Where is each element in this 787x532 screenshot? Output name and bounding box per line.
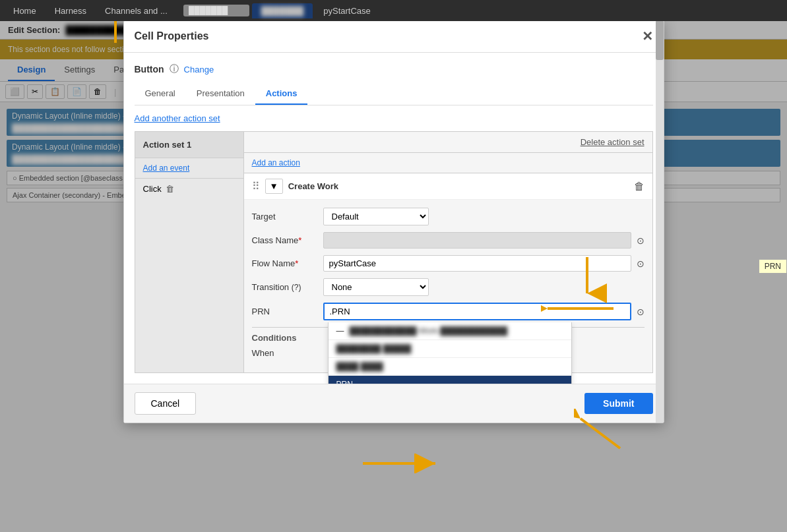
classname-label: Class Name*: [252, 235, 318, 245]
target-select[interactable]: Default: [323, 208, 429, 225]
modal-footer: Cancel Submit: [124, 384, 664, 423]
action-set-container: Action set 1 Add an event Click 🗑 Delete…: [135, 131, 653, 373]
form-row-target: Target Default: [252, 208, 645, 225]
scrollbar-track[interactable]: [656, 53, 664, 384]
classname-input[interactable]: [323, 232, 631, 249]
classname-ref-icon[interactable]: ⊙: [637, 235, 645, 246]
tab-presentation[interactable]: Presentation: [186, 83, 255, 105]
nav-pystartcase[interactable]: pyStartCase: [315, 3, 379, 18]
prn-external-tag: PRN: [759, 259, 787, 274]
action-row: ⠿ ▼ Create Work 🗑: [244, 173, 652, 200]
nav-home[interactable]: Home: [5, 3, 44, 18]
add-event-link[interactable]: Add an event: [135, 158, 243, 179]
suggestion-item-1[interactable]: — ████████████-Work-████████████: [329, 322, 571, 340]
nav-channels[interactable]: Channels and ...: [97, 3, 175, 18]
prn-input[interactable]: [323, 303, 631, 320]
action-type-dropdown[interactable]: ▼: [265, 179, 283, 194]
delete-action-set-link[interactable]: Delete action set: [581, 137, 645, 147]
modal-title: Cell Properties: [135, 30, 209, 42]
add-action-link[interactable]: Add an action: [244, 153, 652, 173]
when-label: When: [252, 348, 274, 358]
tab-actions[interactable]: Actions: [255, 83, 308, 105]
suggestion-dropdown: — ████████████-Work-████████████ ███████…: [328, 322, 572, 384]
add-action-set-link[interactable]: Add another action set: [135, 113, 220, 123]
nav-harness[interactable]: Harness: [47, 3, 94, 18]
action-set-sidebar: Action set 1 Add an event Click 🗑: [135, 132, 244, 372]
cancel-button[interactable]: Cancel: [135, 392, 197, 415]
drag-handle-icon[interactable]: ⠿: [252, 180, 260, 192]
action-set-main: Delete action set Add an action ⠿ ▼ Crea…: [244, 132, 652, 372]
prn-suggestion-label: PRN: [336, 380, 353, 384]
suggestion-icon-1: —: [336, 326, 344, 336]
action-set-main-header: Delete action set: [244, 132, 652, 153]
top-nav: Home Harness Channels and ... ███████ py…: [0, 0, 787, 21]
change-link[interactable]: Change: [184, 65, 214, 74]
suggestion-item-2[interactable]: ████████ █████: [329, 340, 571, 358]
action-form: Target Default Class Name* ⊙: [244, 200, 652, 372]
target-label: Target: [252, 212, 318, 222]
cell-properties-modal: Cell Properties ✕ Button ⓘ Change Genera…: [123, 20, 664, 423]
flowname-input[interactable]: [323, 255, 631, 272]
suggestion-item-3[interactable]: ████ ████: [329, 358, 571, 376]
event-click-label: Click: [143, 184, 162, 194]
suggestion-item-prn[interactable]: PRN: [329, 376, 571, 384]
form-row-classname: Class Name* ⊙: [252, 232, 645, 249]
action-set-title: Action set 1: [135, 132, 243, 158]
tab-general[interactable]: General: [135, 83, 186, 105]
button-info-icon: ⓘ: [170, 63, 179, 75]
event-item-click: Click 🗑: [135, 179, 243, 199]
modal-tabs: General Presentation Actions: [135, 83, 653, 105]
form-row-prn: PRN ⊙ — ████████████-Work-████████████: [252, 303, 645, 320]
prn-label: PRN: [252, 307, 318, 316]
flowname-ref-icon[interactable]: ⊙: [637, 258, 645, 269]
form-row-flowname: Flow Name* ⊙: [252, 255, 645, 272]
button-row: Button ⓘ Change: [135, 63, 653, 75]
delete-action-button[interactable]: 🗑: [634, 181, 645, 192]
form-row-transition: Transition (?) None: [252, 278, 645, 296]
modal-header: Cell Properties ✕: [124, 20, 664, 53]
nav-tab-active[interactable]: ███████: [252, 3, 313, 18]
flowname-label: Flow Name*: [252, 258, 318, 268]
submit-button[interactable]: Submit: [584, 393, 652, 414]
modal-overlay: Cell Properties ✕ Button ⓘ Change Genera…: [0, 0, 787, 532]
modal-close-button[interactable]: ✕: [642, 28, 653, 44]
transition-select[interactable]: None: [323, 278, 429, 296]
button-label: Button: [135, 64, 164, 74]
scrollbar-thumb[interactable]: [656, 53, 664, 60]
prn-ref-icon[interactable]: ⊙: [637, 307, 645, 317]
delete-event-icon[interactable]: 🗑: [166, 184, 174, 194]
nav-input-1[interactable]: [183, 5, 249, 16]
action-title-label: Create Work: [288, 181, 629, 191]
transition-label: Transition (?): [252, 282, 318, 292]
modal-body: Button ⓘ Change General Presentation Act…: [124, 53, 664, 384]
